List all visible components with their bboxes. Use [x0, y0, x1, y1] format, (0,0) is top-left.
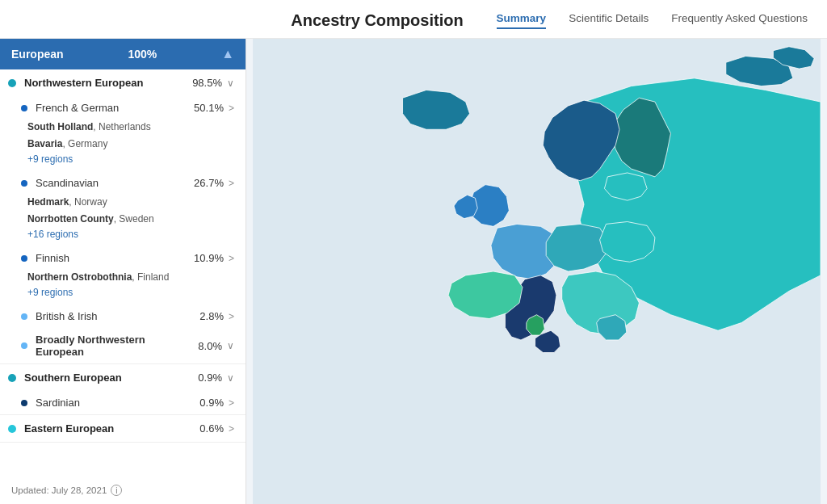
scroll-up-icon[interactable]: ▲	[221, 47, 234, 61]
more-scandinavian[interactable]: +16 regions	[27, 229, 234, 240]
tab-scientific[interactable]: Scientific Details	[569, 12, 649, 29]
row-broadly-nw[interactable]: Broadly NorthwesternEuropean 8.0% ∨	[0, 328, 246, 363]
chevron-eastern: >	[229, 423, 234, 435]
pct-french-german: 50.1%	[194, 102, 224, 114]
chevron-scandinavian: >	[229, 178, 234, 189]
pct-sardinian: 0.9%	[199, 397, 224, 409]
label-southern: Southern European	[24, 372, 198, 384]
label-finnish: Finnish	[36, 252, 194, 264]
pct-scandinavian: 26.7%	[194, 177, 224, 189]
pct-northwestern: 98.5%	[192, 77, 222, 89]
header: Ancestry Composition Summary Scientific …	[0, 0, 827, 39]
europe-map	[246, 39, 827, 504]
sub-items-finnish: Northern Ostrobothnia, Finland +9 region…	[0, 270, 246, 304]
chevron-northwestern: ∨	[227, 78, 234, 89]
region-bavaria: Bavaria, Germany	[27, 136, 234, 151]
section-eastern: Eastern European 0.6% >	[0, 415, 246, 443]
section-southern: Southern European 0.9% ∨ Sardinian 0.9% …	[0, 364, 246, 415]
region-south-holland: South Holland, Netherlands	[27, 120, 234, 134]
page-title: Ancestry Composition	[258, 11, 496, 30]
row-finnish[interactable]: Finnish 10.9% >	[0, 246, 246, 270]
row-french-german[interactable]: French & German 50.1% >	[0, 96, 246, 120]
row-sardinian[interactable]: Sardinian 0.9% >	[0, 391, 246, 414]
sub-items-scandinavian: Hedmark, Norway Norrbotten County, Swede…	[0, 195, 246, 246]
sidebar-header: European 100% ▲	[0, 39, 246, 69]
dot-scandinavian	[21, 180, 27, 187]
main-content: European 100% ▲ Northwestern European 98…	[0, 39, 827, 504]
row-scandinavian[interactable]: Scandinavian 26.7% >	[0, 171, 246, 195]
updated-label: Updated: July 28, 2021	[11, 485, 107, 495]
dot-british-irish	[21, 313, 27, 320]
label-northwestern: Northwestern European	[24, 77, 192, 89]
chevron-french-german: >	[229, 103, 234, 114]
chevron-british-irish: >	[229, 311, 234, 322]
sidebar: European 100% ▲ Northwestern European 98…	[0, 39, 246, 504]
label-british-irish: British & Irish	[36, 310, 199, 322]
label-broadly-nw: Broadly NorthwesternEuropean	[36, 334, 198, 358]
region-hedmark: Hedmark, Norway	[27, 195, 234, 209]
chevron-southern: ∨	[227, 372, 234, 384]
info-icon[interactable]: i	[111, 485, 122, 496]
row-southern[interactable]: Southern European 0.9% ∨	[0, 364, 246, 391]
dot-broadly-nw	[21, 342, 27, 349]
pct-finnish: 10.9%	[194, 252, 224, 264]
row-british-irish[interactable]: British & Irish 2.8% >	[0, 304, 246, 328]
pct-southern: 0.9%	[198, 372, 222, 384]
tab-summary[interactable]: Summary	[497, 12, 547, 29]
dot-northwestern	[8, 79, 16, 87]
chevron-sardinian: >	[229, 397, 234, 409]
label-french-german: French & German	[36, 102, 194, 114]
region-norrbotten: Norrbotten County, Sweden	[27, 212, 234, 226]
pct-eastern: 0.6%	[199, 422, 224, 435]
map-area	[246, 39, 827, 504]
label-eastern: Eastern European	[24, 422, 199, 435]
section-northwestern: Northwestern European 98.5% ∨ French & G…	[0, 69, 246, 364]
dot-finnish	[21, 255, 27, 262]
more-finnish[interactable]: +9 regions	[27, 287, 234, 298]
sidebar-header-label: European	[11, 48, 64, 61]
sub-items-french-german: South Holland, Netherlands Bavaria, Germ…	[0, 120, 246, 171]
region-northern-ostrobothnia: Northern Ostrobothnia, Finland	[27, 270, 234, 284]
row-northwestern[interactable]: Northwestern European 98.5% ∨	[0, 69, 246, 96]
row-eastern[interactable]: Eastern European 0.6% >	[0, 415, 246, 442]
dot-sardinian	[21, 400, 27, 406]
label-sardinian: Sardinian	[36, 397, 199, 409]
sidebar-header-pct: 100%	[128, 48, 157, 61]
dot-french-german	[21, 105, 27, 111]
more-french-german[interactable]: +9 regions	[27, 153, 234, 165]
header-tabs: Summary Scientific Details Frequently As…	[497, 12, 808, 29]
pct-broadly-nw: 8.0%	[198, 340, 222, 352]
label-scandinavian: Scandinavian	[36, 177, 194, 189]
chevron-broadly-nw: ∨	[227, 340, 234, 351]
chevron-finnish: >	[229, 253, 234, 264]
tab-faq[interactable]: Frequently Asked Questions	[671, 12, 808, 29]
dot-southern	[8, 374, 16, 382]
dot-eastern	[8, 425, 16, 433]
sidebar-footer: Updated: July 28, 2021 i	[0, 477, 246, 504]
pct-british-irish: 2.8%	[199, 310, 224, 322]
